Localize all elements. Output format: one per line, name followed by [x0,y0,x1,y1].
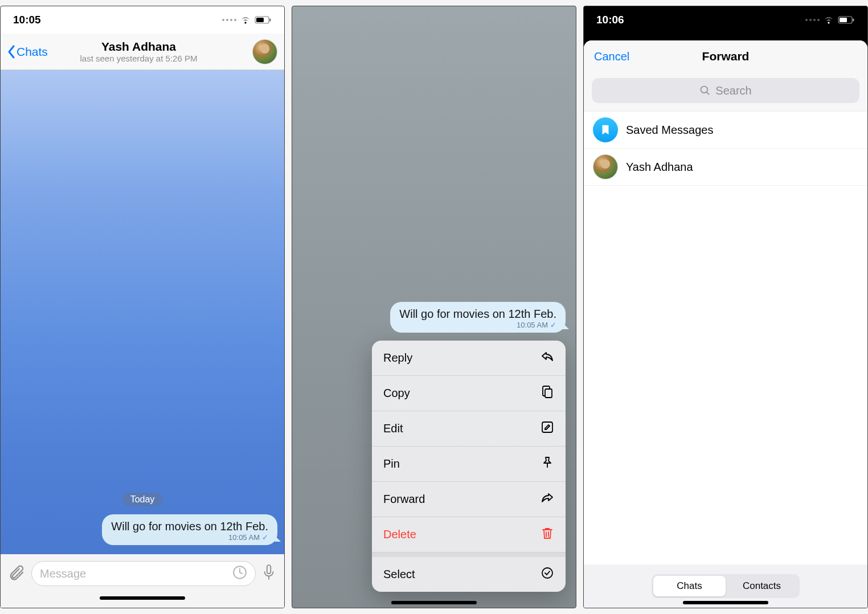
status-time: 10:05 [13,14,41,26]
search-wrap: Search [584,72,867,111]
attach-button[interactable] [9,564,26,583]
svg-rect-2 [269,19,271,22]
wifi-icon [823,16,834,24]
search-placeholder: Search [715,84,751,97]
sheet-header: Cancel Forward [584,40,867,72]
search-icon [699,85,711,96]
avatar[interactable] [252,39,277,64]
mic-button[interactable] [261,564,276,583]
sent-check-icon: ✓ [550,321,556,329]
input-toolbar: Message [1,554,284,593]
menu-label: Select [383,568,415,581]
context-menu: Reply Copy Edit Pin Forward Delete [372,341,566,592]
forward-icon [541,491,554,507]
battery-icon [838,16,855,24]
menu-label: Reply [383,351,412,365]
segmented-control: Chats Contacts [652,574,800,598]
menu-copy[interactable]: Copy [372,376,566,411]
message-input[interactable]: Message [31,561,256,586]
forward-sheet: Cancel Forward Search Saved Messages Yas… [584,40,867,608]
sheet-title: Forward [702,50,750,63]
date-divider: Today [122,493,163,506]
svg-rect-1 [256,18,264,22]
menu-forward[interactable]: Forward [372,482,566,517]
svg-rect-4 [267,565,271,574]
menu-reply[interactable]: Reply [372,341,566,376]
menu-pin[interactable]: Pin [372,447,566,482]
pin-icon [541,456,554,472]
segment-chats[interactable]: Chats [653,576,726,596]
menu-separator [372,552,566,557]
home-indicator[interactable] [292,601,576,604]
status-bar: 10:06 [584,6,867,34]
avatar [593,154,618,179]
cell-dots-icon [805,19,820,21]
message-text: Will go for movies on 12th Feb. [399,308,556,321]
message-time: 10:05 AM [228,533,260,542]
sent-check-icon: ✓ [262,533,268,542]
message-bubble-preview: Will go for movies on 12th Feb. 10:05 AM… [390,302,566,333]
contact-status: last seen yesterday at 5:26 PM [25,54,252,63]
home-indicator[interactable] [1,593,284,608]
svg-rect-6 [542,422,552,432]
message-bubble-outgoing[interactable]: Will go for movies on 12th Feb. 10:05 AM… [102,514,277,545]
sticker-button[interactable] [232,565,247,583]
chat-scroll-area[interactable]: Today Will go for movies on 12th Feb. 10… [1,70,284,554]
chat-title-block[interactable]: Yash Adhana last seen yesterday at 5:26 … [25,40,252,63]
menu-label: Copy [383,387,410,400]
message-placeholder: Message [40,567,86,580]
screen-chat: 10:05 Chats Yash Adhana last seen yester… [0,6,285,608]
menu-label: Delete [383,528,416,541]
reply-icon [541,350,554,366]
trash-icon [541,526,554,543]
segment-contacts[interactable]: Contacts [726,576,798,596]
select-icon [541,566,554,583]
cell-dots-icon [222,19,236,21]
status-icons [222,16,272,24]
screen-context-menu: Will go for movies on 12th Feb. 10:05 AM… [292,6,576,608]
row-label: Yash Adhana [626,161,693,174]
status-bar: 10:05 [1,6,284,34]
contact-name: Yash Adhana [25,40,252,54]
screen-forward: 10:06 Cancel Forward Search [583,6,868,608]
copy-icon [541,385,554,402]
message-text: Will go for movies on 12th Feb. [111,520,268,533]
menu-label: Pin [383,457,400,470]
battery-icon [255,16,272,24]
menu-delete[interactable]: Delete [372,517,566,552]
forward-row-saved-messages[interactable]: Saved Messages [584,111,867,149]
menu-select[interactable]: Select [372,557,566,592]
svg-rect-10 [853,19,854,22]
forward-row-contact[interactable]: Yash Adhana [584,149,867,186]
svg-rect-5 [545,389,552,398]
svg-rect-9 [840,18,847,22]
forward-list[interactable]: Saved Messages Yash Adhana [584,111,867,564]
cancel-button[interactable]: Cancel [594,50,629,63]
search-input[interactable]: Search [592,78,859,103]
status-time: 10:06 [596,14,624,26]
status-icons [805,16,855,24]
menu-label: Forward [383,493,425,506]
svg-point-7 [542,568,552,578]
chat-nav-bar: Chats Yash Adhana last seen yesterday at… [1,34,284,70]
edit-icon [541,420,554,437]
row-label: Saved Messages [626,124,713,137]
message-time: 10:05 AM [517,321,548,329]
bookmark-icon [593,117,618,142]
home-indicator[interactable] [584,601,867,604]
menu-label: Edit [383,422,403,435]
wifi-icon [240,16,251,24]
menu-edit[interactable]: Edit [372,411,566,447]
